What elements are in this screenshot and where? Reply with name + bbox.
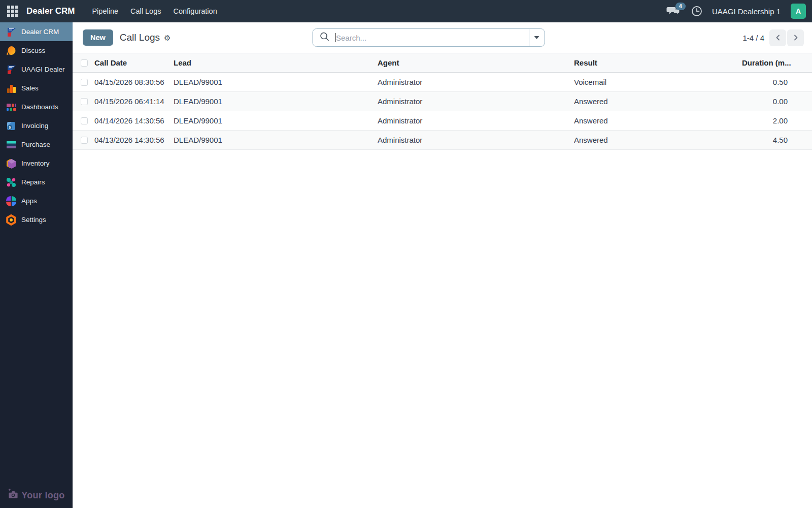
app-name[interactable]: Dealer CRM [26,6,75,16]
column-header-result[interactable]: Result [574,53,742,73]
select-all-checkbox-cell [73,53,94,73]
chevron-down-icon [534,36,539,39]
cell-duration[interactable]: 4.50 [742,131,812,150]
column-header-lead[interactable]: Lead [174,53,378,73]
apps-icon [6,196,17,207]
cell-lead[interactable]: DLEAD/99001 [174,131,378,150]
user-avatar[interactable]: A [791,4,806,19]
sidebar-item-label: Dealer CRM [21,28,59,36]
sidebar-item-label: Invoicing [21,122,48,130]
apps-menu-icon[interactable] [7,6,18,17]
footer-logo-text: Your logo [21,490,64,501]
sidebar-item-invoicing[interactable]: $ Invoicing [0,116,73,135]
sidebar-item-apps[interactable]: Apps [0,192,73,210]
cell-agent[interactable]: Administrator [378,111,574,131]
pager-next-button[interactable] [787,29,804,46]
cell-duration[interactable]: 2.00 [742,111,812,131]
search-bar [312,28,545,47]
cell-call-date[interactable]: 04/15/2026 06:41:14 [94,92,174,111]
company-switcher[interactable]: UAAGI Dealership 1 [712,7,781,16]
call-logs-table: Call Date Lead Agent Result Duration (m.… [73,53,812,150]
discuss-icon [6,45,17,56]
sidebar-item-uaagi-dealer[interactable]: UAAGI Dealer [0,60,73,79]
search-icon [319,31,330,44]
cell-call-date[interactable]: 04/13/2026 14:30:56 [94,131,174,150]
control-panel: New Call Logs ⚙ 1-4 / 4 [73,22,812,53]
column-header-call-date[interactable]: Call Date [94,53,174,73]
sidebar-item-label: Repairs [21,178,45,186]
row-checkbox[interactable] [81,137,88,144]
sidebar-item-label: Dashboards [21,103,58,111]
sidebar-item-repairs[interactable]: Repairs [0,173,73,192]
sidebar-item-sales[interactable]: Sales [0,79,73,98]
new-button[interactable]: New [83,29,113,46]
sidebar-item-purchase[interactable]: Purchase [0,135,73,154]
table-row[interactable]: 04/15/2026 08:30:56 DLEAD/99001 Administ… [73,73,812,92]
search-input[interactable] [336,34,525,42]
cell-call-date[interactable]: 04/14/2026 14:30:56 [94,111,174,131]
row-checkbox[interactable] [81,98,88,105]
page-title: Call Logs [120,32,160,43]
sidebar-item-label: Settings [21,216,46,224]
column-header-agent[interactable]: Agent [378,53,574,73]
top-navbar: Dealer CRM Pipeline Call Logs Configurat… [0,0,812,22]
activities-clock-icon[interactable] [691,5,703,17]
sidebar-item-dealer-crm[interactable]: Dealer CRM [0,22,73,41]
sidebar-item-label: Inventory [21,160,50,167]
settings-icon [6,214,17,226]
invoicing-icon: $ [6,120,17,132]
sidebar-item-inventory[interactable]: Inventory [0,154,73,173]
cell-duration[interactable]: 0.00 [742,92,812,111]
uaagi-dealer-logo-icon [6,64,17,75]
svg-text:$: $ [9,125,11,130]
cell-agent[interactable]: Administrator [378,131,574,150]
sidebar-item-settings[interactable]: Settings [0,210,73,229]
text-cursor [335,33,335,42]
pager-previous-button[interactable] [769,29,786,46]
messages-button[interactable]: 4 [666,5,682,18]
view-settings-gear-icon[interactable]: ⚙ [164,34,171,42]
table-row[interactable]: 04/15/2026 06:41:14 DLEAD/99001 Administ… [73,92,812,111]
inventory-icon [6,158,17,169]
cell-agent[interactable]: Administrator [378,73,574,92]
sidebar-item-label: Discuss [21,47,45,54]
dealer-crm-logo-icon [6,26,17,38]
chevron-left-icon [774,34,782,41]
cell-duration[interactable]: 0.50 [742,73,812,92]
pager: 1-4 / 4 [742,29,804,46]
cell-result[interactable]: Answered [574,92,742,111]
repairs-icon [6,177,17,188]
cell-call-date[interactable]: 04/15/2026 08:30:56 [94,73,174,92]
nav-menu-configuration[interactable]: Configuration [167,4,223,18]
cell-lead[interactable]: DLEAD/99001 [174,92,378,111]
table-row[interactable]: 04/13/2026 14:30:56 DLEAD/99001 Administ… [73,131,812,150]
nav-menu-call-logs[interactable]: Call Logs [124,4,167,18]
sidebar-item-label: Purchase [21,141,50,148]
camera-plus-icon [8,489,18,502]
nav-menu-pipeline[interactable]: Pipeline [86,4,124,18]
dashboards-icon [6,102,17,113]
pager-range: 1-4 / 4 [742,34,764,42]
sidebar-item-discuss[interactable]: Discuss [0,41,73,60]
cell-lead[interactable]: DLEAD/99001 [174,111,378,131]
column-header-duration[interactable]: Duration (m... [742,53,812,73]
table-row[interactable]: 04/14/2026 14:30:56 DLEAD/99001 Administ… [73,111,812,131]
cell-agent[interactable]: Administrator [378,92,574,111]
row-checkbox[interactable] [81,117,88,124]
cell-result[interactable]: Voicemail [574,73,742,92]
cell-result[interactable]: Answered [574,131,742,150]
sidebar-item-label: UAAGI Dealer [21,66,65,73]
messages-count-badge: 4 [675,3,686,10]
sales-icon [6,83,17,94]
sidebar-item-label: Apps [21,197,37,205]
table-header-row: Call Date Lead Agent Result Duration (m.… [73,53,812,73]
search-dropdown-toggle[interactable] [529,29,544,46]
sidebar-item-dashboards[interactable]: Dashboards [0,98,73,116]
chevron-right-icon [792,34,799,41]
sidebar-footer-logo: Your logo [0,489,73,502]
row-checkbox[interactable] [81,79,88,86]
cell-result[interactable]: Answered [574,111,742,131]
select-all-checkbox[interactable] [81,59,88,67]
app-sidebar: Dealer CRM Discuss UAAGI Dealer [0,22,73,508]
cell-lead[interactable]: DLEAD/99001 [174,73,378,92]
